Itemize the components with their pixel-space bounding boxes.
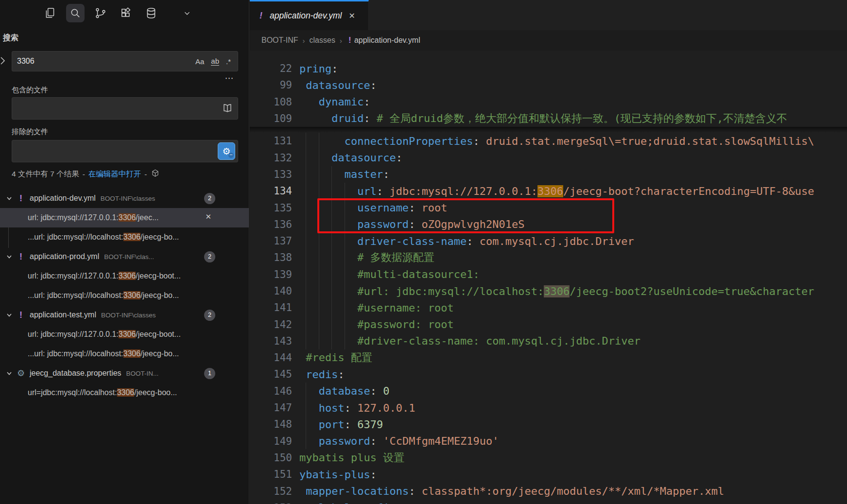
code-text: port: 6379 <box>299 418 383 431</box>
sticky-code-line[interactable]: 108dynamic: <box>250 94 847 110</box>
code-area[interactable]: 22pring:99datasource:108dynamic:109druid… <box>250 51 847 504</box>
code-line[interactable]: 132datasource: <box>250 149 847 166</box>
tab-application-dev-yml[interactable]: ! application-dev.yml ✕ <box>250 0 369 30</box>
line-number: 151 <box>250 469 292 480</box>
file-path: BOOT-INF\classes <box>101 195 200 202</box>
code-line[interactable]: 131connectionProperties: druid.stat.merg… <box>250 133 847 149</box>
yml-file-icon: ! <box>257 11 265 21</box>
code-line[interactable]: 149password: 'CcDMfgm4EMEZ19uo' <box>250 433 847 450</box>
code-line[interactable]: 139#multi-datasource1: <box>250 266 847 283</box>
tab-close-icon[interactable]: ✕ <box>349 11 355 20</box>
file-result-row[interactable]: ⚙ jeecg_database.properties BOOT-IN... 1 <box>0 364 249 383</box>
chevron-down-icon[interactable] <box>6 253 13 260</box>
file-name: application-test.yml <box>30 311 96 319</box>
line-number: 109 <box>250 113 292 124</box>
code-line[interactable]: 153global-config: <box>250 500 847 504</box>
code-line[interactable]: 141#username: root <box>250 299 847 316</box>
file-result-row[interactable]: ! application-dev.yml BOOT-INF\classes 2 <box>0 189 249 208</box>
files-to-exclude-input[interactable] <box>12 147 218 156</box>
book-icon[interactable] <box>222 103 233 114</box>
code-line[interactable]: 148port: 6379 <box>250 416 847 433</box>
code-line[interactable]: 136password: oZOgpwlvgh2N01eS <box>250 216 847 233</box>
match-result-row[interactable]: ...url: jdbc:mysql://localhost:3306/jeec… <box>0 344 249 364</box>
yml-file-icon: ! <box>17 193 25 204</box>
code-text: #password: root <box>299 318 454 330</box>
code-line[interactable]: 142#password: root <box>250 316 847 332</box>
toggle-replace-chevron-icon[interactable] <box>0 55 7 67</box>
code-text: dynamic: <box>299 96 370 108</box>
match-result-row[interactable]: ...url: jdbc:mysql://localhost:3306/jeec… <box>0 227 249 247</box>
chevron-down-icon[interactable] <box>6 312 13 318</box>
file-result-row[interactable]: ! application-test.yml BOOT-INF\classes … <box>0 305 249 325</box>
code-text: driver-class-name: com.mysql.cj.jdbc.Dri… <box>299 235 634 247</box>
chevron-down-icon[interactable] <box>6 370 13 377</box>
regex-icon[interactable]: .* <box>226 57 231 66</box>
extensions-icon[interactable] <box>117 4 135 22</box>
match-result-row[interactable]: url: jdbc:mysql://127.0.0.1:3306/jeecg-b… <box>0 266 249 286</box>
exclude-settings-gear-icon[interactable]: ⚙− <box>218 142 235 160</box>
match-result-row[interactable]: url: jdbc:mysql://127.0.0.1:3306/jeec...… <box>0 208 249 227</box>
line-number: 152 <box>250 486 292 497</box>
code-line[interactable]: 133master: <box>250 166 847 183</box>
code-line[interactable]: 146database: 0 <box>250 383 847 400</box>
line-number: 108 <box>250 96 292 108</box>
other-match-highlight: 3306 <box>544 285 570 297</box>
code-text: ybatis-plus: <box>299 469 377 481</box>
breadcrumb-item[interactable]: classes <box>310 36 335 45</box>
search-details-toggle[interactable]: ⋯ <box>220 73 239 84</box>
line-number: 145 <box>250 368 292 380</box>
search-sidebar: 搜索 Aa ab .* ⋯ 包含的文件 排除的文件 ⚙− 4 文件中有 7 个结… <box>0 0 249 504</box>
code-line[interactable]: 147host: 127.0.0.1 <box>250 400 847 416</box>
code-text: password: 'CcDMfgm4EMEZ19uo' <box>299 435 499 447</box>
code-text: redis: <box>299 368 345 381</box>
code-text: #username: root <box>299 302 454 314</box>
code-line[interactable]: 138# 多数据源配置 <box>250 249 847 266</box>
code-line[interactable]: 144#redis 配置 <box>250 349 847 366</box>
yml-file-icon: ! <box>17 310 25 320</box>
line-number: 146 <box>250 385 292 397</box>
code-text: password: oZOgpwlvgh2N01eS <box>299 218 525 230</box>
whole-word-icon[interactable]: ab <box>211 57 219 66</box>
breadcrumb-item-file[interactable]: application-dev.yml <box>354 36 420 45</box>
match-result-row[interactable]: url: jdbc:mysql://127.0.0.1:3306/jeecg-b… <box>0 325 249 344</box>
database-icon[interactable] <box>142 4 160 22</box>
chevron-down-icon[interactable] <box>178 4 196 22</box>
code-line[interactable]: 150mybatis plus 设置 <box>250 450 847 466</box>
match-result-row[interactable]: ...url: jdbc:mysql://localhost:3306/jeec… <box>0 286 249 305</box>
code-line[interactable]: 140#url: jdbc:mysql://localhost:3306/jee… <box>250 283 847 299</box>
breadcrumb-item[interactable]: BOOT-INF <box>261 36 298 45</box>
sticky-code-line[interactable]: 99datasource: <box>250 77 847 93</box>
match-case-icon[interactable]: Aa <box>195 57 204 66</box>
chevron-down-icon[interactable] <box>6 195 13 202</box>
code-line[interactable]: 135username: root <box>250 199 847 216</box>
indent-guide <box>345 183 345 349</box>
search-input[interactable] <box>12 57 195 66</box>
code-line[interactable]: 152mapper-locations: classpath*:org/jeec… <box>250 483 847 499</box>
open-search-editor-icon[interactable] <box>151 169 160 180</box>
code-line[interactable]: 143#driver-class-name: com.mysql.cj.jdbc… <box>250 333 847 349</box>
indent-guide <box>306 382 306 449</box>
match-count-badge: 2 <box>204 193 215 204</box>
code-text: mapper-locations: classpath*:org/jeecg/m… <box>299 485 724 497</box>
code-line[interactable]: 145redis: <box>250 366 847 382</box>
code-line[interactable]: 134url: jdbc:mysql://127.0.0.1:3306/jeec… <box>250 183 847 199</box>
dismiss-match-icon[interactable]: ✕ <box>205 212 211 221</box>
match-text: ...url: jdbc:mysql://localhost:3306/jeec… <box>28 349 179 358</box>
match-text: ...url: jdbc:mysql://localhost:3306/jeec… <box>28 233 179 242</box>
sticky-code-line[interactable]: 22pring: <box>250 60 847 77</box>
sticky-code-line[interactable]: 109druid: # 全局druid参数，绝大部分值和默认保持一致。(现已支持… <box>250 110 847 127</box>
separator: - <box>83 170 85 179</box>
code-line[interactable]: 137driver-class-name: com.mysql.cj.jdbc.… <box>250 233 847 249</box>
source-control-icon[interactable] <box>91 4 110 22</box>
breadcrumb-separator-icon: › <box>303 36 305 45</box>
open-in-editor-link[interactable]: 在编辑器中打开 <box>88 169 141 179</box>
files-to-include-input[interactable] <box>12 104 222 113</box>
file-result-row[interactable]: ! application-prod.yml BOOT-INF\clas... … <box>0 247 249 266</box>
indent-guide <box>306 133 306 349</box>
copy-files-icon[interactable] <box>41 4 59 22</box>
match-result-row[interactable]: url=jdbc:mysql://localhost:3306/jeecg-bo… <box>0 383 249 402</box>
line-number: 137 <box>250 235 292 247</box>
code-line[interactable]: 151ybatis-plus: <box>250 466 847 483</box>
search-icon[interactable] <box>66 4 85 22</box>
line-number: 144 <box>250 352 292 364</box>
